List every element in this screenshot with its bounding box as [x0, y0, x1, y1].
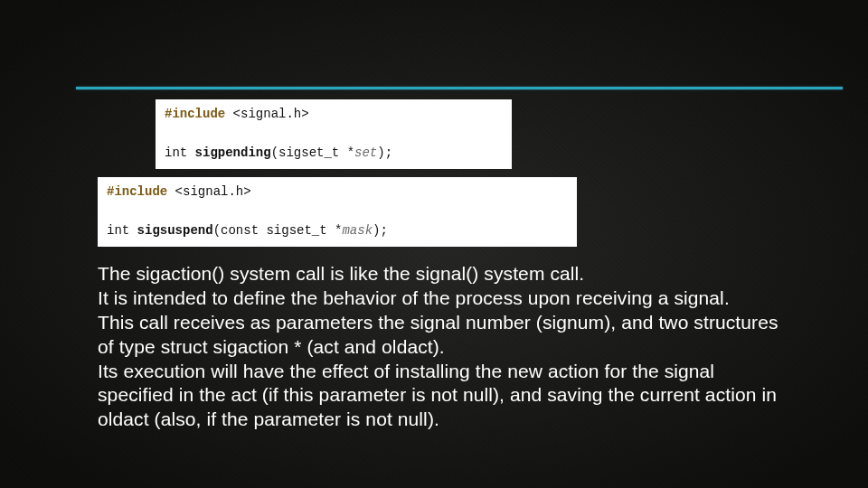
param-name: set — [354, 145, 377, 160]
function-name: sigpending — [195, 145, 271, 160]
paragraph: Its execution will have the effect of in… — [98, 360, 785, 433]
paragraph: It is intended to define the behavior of… — [98, 286, 785, 311]
params-close: ); — [373, 223, 388, 238]
function-name: sigsuspend — [137, 223, 213, 238]
return-type: int — [165, 145, 195, 160]
paragraph: This call receives as parameters the sig… — [98, 311, 785, 360]
slide-body-text: The sigaction() system call is like the … — [98, 262, 785, 432]
include-header: <signal.h> — [225, 107, 308, 121]
paragraph: The sigaction() system call is like the … — [98, 262, 785, 286]
include-header: <signal.h> — [167, 184, 250, 199]
include-keyword: #include — [107, 184, 167, 199]
return-type: int — [107, 223, 137, 238]
code-block-sigpending: #include <signal.h> int sigpending(sigse… — [156, 99, 512, 169]
divider-rule — [76, 87, 843, 89]
include-keyword: #include — [165, 107, 225, 121]
code-block-sigsuspend: #include <signal.h> int sigsuspend(const… — [98, 177, 577, 247]
params-close: ); — [377, 145, 392, 160]
params-open: (sigset_t * — [271, 145, 354, 160]
param-name: mask — [342, 223, 373, 238]
params-open: (const sigset_t * — [213, 223, 343, 238]
